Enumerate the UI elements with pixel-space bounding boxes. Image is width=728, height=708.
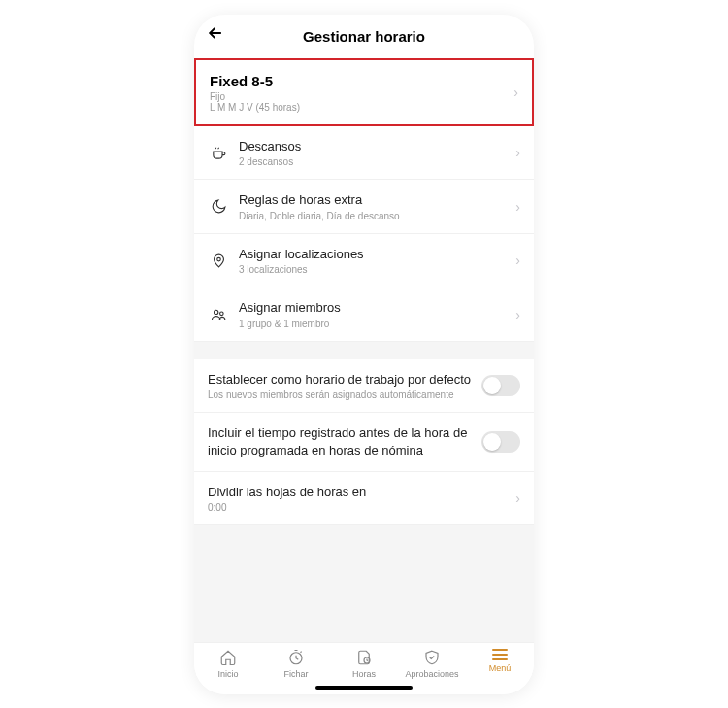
page-title: Gestionar horario (206, 28, 522, 45)
header: Gestionar horario (194, 15, 534, 58)
moon-icon (208, 196, 229, 218)
breaks-title: Descansos (239, 138, 508, 155)
default-schedule-sub: Los nuevos miembros serán asignados auto… (208, 389, 474, 400)
chevron-right-icon: › (515, 253, 520, 268)
home-indicator (315, 686, 413, 690)
tab-clock-label: Fichar (283, 669, 308, 679)
default-schedule-row[interactable]: Establecer como horario de trabajo por d… (194, 359, 534, 414)
svg-point-0 (216, 257, 220, 261)
schedule-type: Fijo (210, 91, 506, 102)
tab-hours-label: Horas (352, 669, 376, 679)
schedule-name-row[interactable]: Fixed 8-5 Fijo L M M J V (45 horas) › (194, 58, 534, 126)
overtime-title: Reglas de horas extra (239, 191, 508, 209)
tab-hours[interactable]: Horas (330, 649, 398, 679)
tab-menu-label: Menú (489, 663, 512, 673)
tab-home-label: Inicio (217, 669, 238, 679)
back-button[interactable] (206, 23, 225, 49)
phone-frame: Gestionar horario Fixed 8-5 Fijo L M M J… (194, 15, 534, 694)
breaks-sub: 2 descansos (239, 156, 508, 167)
locations-sub: 3 localizaciones (239, 264, 508, 275)
overtime-row[interactable]: Reglas de horas extra Diaria, Doble diar… (194, 180, 534, 234)
include-before-row[interactable]: Incluir el tiempo registrado antes de la… (194, 413, 534, 471)
tab-approvals-label: Aprobaciones (405, 669, 458, 679)
schedule-summary: L M M J V (45 horas) (210, 102, 506, 113)
menu-icon (491, 649, 509, 660)
home-icon (219, 649, 237, 666)
breaks-row[interactable]: Descansos 2 descansos › (194, 126, 534, 181)
locations-title: Asignar localizaciones (239, 246, 508, 263)
people-icon (208, 304, 229, 325)
split-sheets-value: 0:00 (208, 502, 508, 513)
svg-point-1 (214, 310, 217, 314)
tab-home[interactable]: Inicio (194, 649, 262, 679)
include-before-toggle[interactable] (481, 431, 520, 453)
empty-space (194, 525, 534, 641)
tab-menu[interactable]: Menú (466, 649, 534, 679)
document-clock-icon (355, 649, 373, 666)
default-schedule-title: Establecer como horario de trabajo por d… (208, 371, 474, 388)
overtime-sub: Diaria, Doble diaria, Día de descanso (239, 211, 508, 221)
svg-point-2 (219, 312, 223, 316)
section-gap (194, 342, 534, 359)
chevron-right-icon: › (515, 490, 520, 506)
members-sub: 1 grupo & 1 miembro (239, 319, 508, 329)
schedule-name: Fixed 8-5 (210, 72, 506, 91)
location-pin-icon (208, 250, 229, 271)
default-schedule-toggle[interactable] (481, 375, 520, 396)
chevron-right-icon: › (515, 199, 520, 215)
locations-row[interactable]: Asignar localizaciones 3 localizaciones … (194, 234, 534, 288)
include-before-title: Incluir el tiempo registrado antes de la… (208, 424, 474, 458)
shield-check-icon (423, 649, 441, 666)
members-title: Asignar miembros (239, 299, 508, 317)
split-sheets-row[interactable]: Dividir las hojas de horas en 0:00 › (194, 472, 534, 526)
tab-approvals[interactable]: Aprobaciones (398, 649, 466, 679)
chevron-right-icon: › (515, 145, 520, 160)
tab-clock[interactable]: Fichar (262, 649, 330, 679)
chevron-right-icon: › (513, 84, 518, 100)
members-row[interactable]: Asignar miembros 1 grupo & 1 miembro › (194, 287, 534, 342)
content-scroll[interactable]: Fixed 8-5 Fijo L M M J V (45 horas) › De… (194, 58, 534, 642)
chevron-right-icon: › (515, 307, 520, 322)
split-sheets-title: Dividir las hojas de horas en (208, 484, 508, 501)
arrow-left-icon (206, 23, 225, 43)
cup-icon (208, 142, 229, 163)
stopwatch-icon (287, 649, 305, 666)
